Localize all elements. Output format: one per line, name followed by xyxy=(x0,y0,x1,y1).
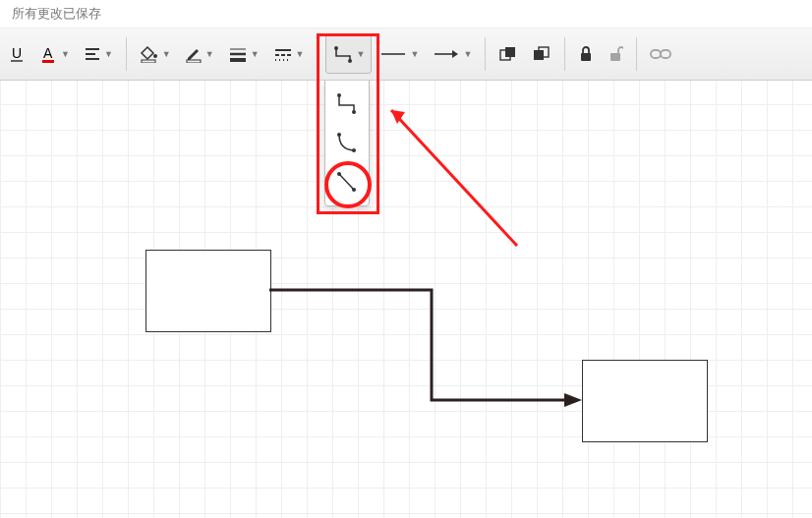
separator xyxy=(318,37,319,71)
chevron-down-icon: ▼ xyxy=(463,49,472,59)
shape-rect-2[interactable] xyxy=(582,360,708,442)
fill-color-button[interactable]: ▼ xyxy=(134,35,177,73)
line-width-button[interactable]: ▼ xyxy=(222,35,265,73)
connector-option-straight[interactable] xyxy=(325,162,369,201)
font-color-icon: A xyxy=(40,45,58,63)
app-root: 所有更改已保存 U A ▼ ▼ ▼ ▼ ▼ ▼ xyxy=(0,0,812,518)
align-left-icon xyxy=(84,45,101,63)
chevron-down-icon: ▼ xyxy=(61,49,70,59)
svg-rect-3 xyxy=(42,60,54,63)
paint-bucket-icon xyxy=(140,45,159,63)
bring-to-front-icon xyxy=(498,45,518,63)
separator xyxy=(636,37,637,71)
svg-rect-21 xyxy=(505,47,515,57)
connector-option-curved[interactable] xyxy=(325,123,369,162)
link-button[interactable] xyxy=(644,35,677,73)
svg-text:A: A xyxy=(43,45,53,61)
svg-point-34 xyxy=(352,188,356,192)
connector-style-dropdown xyxy=(324,79,370,206)
pencil-icon xyxy=(185,45,203,63)
chevron-down-icon: ▼ xyxy=(104,49,113,59)
send-to-back-icon xyxy=(532,45,551,63)
align-button[interactable]: ▼ xyxy=(78,35,119,73)
chevron-down-icon: ▼ xyxy=(251,49,260,59)
chevron-down-icon: ▼ xyxy=(162,49,171,59)
chevron-down-icon: ▼ xyxy=(205,49,214,59)
lock-icon xyxy=(578,45,594,63)
svg-rect-25 xyxy=(610,53,620,61)
svg-point-29 xyxy=(352,110,356,114)
bring-front-button[interactable] xyxy=(493,35,524,73)
svg-point-17 xyxy=(348,59,352,63)
send-back-button[interactable] xyxy=(526,35,557,73)
line-end-button[interactable]: ▼ xyxy=(427,35,478,73)
underline-icon: U xyxy=(9,45,27,63)
unlock-icon xyxy=(608,45,623,63)
connector-orthogonal-icon xyxy=(332,44,354,64)
separator xyxy=(126,37,127,71)
lock-button[interactable] xyxy=(572,35,600,73)
svg-rect-23 xyxy=(534,50,544,60)
connector-1[interactable] xyxy=(269,287,594,415)
line-dash-icon xyxy=(273,45,293,63)
chevron-down-icon: ▼ xyxy=(410,49,419,59)
svg-point-7 xyxy=(153,54,157,58)
svg-point-31 xyxy=(352,148,356,152)
svg-text:U: U xyxy=(12,45,22,61)
line-start-button[interactable]: ▼ xyxy=(374,35,425,73)
font-color-button[interactable]: A ▼ xyxy=(34,35,76,73)
line-color-button[interactable]: ▼ xyxy=(179,35,220,73)
status-text: 所有更改已保存 xyxy=(12,6,101,21)
chevron-down-icon: ▼ xyxy=(296,49,305,59)
unlock-button[interactable] xyxy=(602,35,629,73)
separator xyxy=(564,37,565,71)
svg-rect-26 xyxy=(651,50,661,58)
canvas-area[interactable] xyxy=(0,79,812,518)
svg-rect-8 xyxy=(142,60,155,63)
connector-style-button[interactable]: ▼ xyxy=(325,34,373,74)
line-weight-icon xyxy=(228,45,248,63)
separator xyxy=(485,37,486,71)
canvas xyxy=(0,79,812,518)
connector-option-orthogonal[interactable] xyxy=(325,84,369,123)
svg-rect-27 xyxy=(661,50,670,58)
svg-line-33 xyxy=(339,174,354,190)
svg-rect-24 xyxy=(581,53,591,61)
chevron-down-icon: ▼ xyxy=(357,49,366,59)
underline-button[interactable]: U xyxy=(3,35,32,73)
shape-rect-1[interactable] xyxy=(145,250,271,332)
svg-rect-9 xyxy=(187,60,201,63)
arrow-start-icon xyxy=(379,46,407,62)
arrow-end-icon xyxy=(433,46,460,62)
line-style-button[interactable]: ▼ xyxy=(267,35,311,73)
status-bar: 所有更改已保存 xyxy=(0,0,812,29)
toolbar: U A ▼ ▼ ▼ ▼ ▼ ▼ ▼ xyxy=(0,29,812,81)
link-icon xyxy=(650,47,671,61)
